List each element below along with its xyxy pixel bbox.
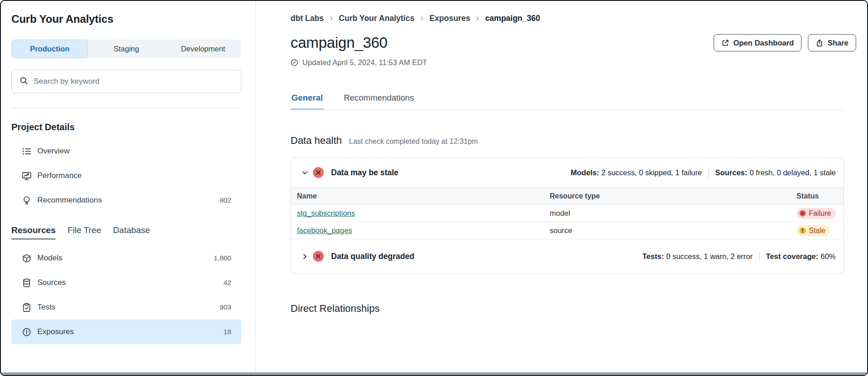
- performance-icon: [22, 171, 31, 181]
- env-tab-development[interactable]: Development: [165, 40, 241, 58]
- window-bottom-edge: [1, 372, 867, 375]
- chevron-right-icon: [475, 15, 480, 21]
- sidebar-item-count: 802: [220, 196, 231, 204]
- sidebar-item-label: Performance: [37, 171, 82, 180]
- resource-link-facebook-pages[interactable]: facebook_pages: [297, 226, 352, 234]
- external-link-icon: [721, 39, 729, 47]
- sidebar: Curb Your Analytics Production Staging D…: [1, 1, 256, 375]
- sidebar-item-label: Models: [37, 254, 62, 263]
- tab-database[interactable]: Database: [113, 225, 150, 239]
- quality-section-summary: Tests: 0 success, 1 warn, 2 error Test c…: [643, 251, 836, 261]
- sidebar-item-count: 42: [224, 279, 231, 287]
- sidebar-item-label: Exposures: [37, 327, 74, 336]
- sidebar-divider: [11, 108, 241, 108]
- detail-tabs: General Recommendations: [291, 93, 844, 110]
- chevron-right-icon: [419, 15, 424, 21]
- resource-type-value: source: [550, 226, 797, 235]
- stale-warning-icon: [799, 227, 806, 234]
- project-title: Curb Your Analytics: [11, 13, 241, 25]
- data-health-heading-row: Data health Last check completed today a…: [291, 135, 844, 147]
- sidebar-item-recommendations[interactable]: Recommendations 802: [11, 188, 241, 213]
- lightbulb-icon: [22, 196, 31, 205]
- column-resource-type: Resource type: [550, 192, 797, 200]
- sidebar-item-overview[interactable]: Overview: [11, 139, 241, 163]
- column-name: Name: [297, 192, 550, 200]
- tab-file-tree[interactable]: File Tree: [67, 225, 101, 239]
- environment-switcher: Production Staging Development: [11, 40, 241, 58]
- open-dashboard-button[interactable]: Open Dashboard: [714, 34, 802, 51]
- table-row: facebook_pages source Stale: [291, 222, 843, 239]
- project-details-nav: Overview Performance Recommendations 802: [11, 139, 241, 213]
- sidebar-item-tests[interactable]: Tests 903: [11, 295, 241, 320]
- chevron-down-icon[interactable]: [301, 169, 308, 176]
- sidebar-item-sources[interactable]: Sources 42: [11, 270, 241, 295]
- project-details-heading: Project Details: [11, 122, 241, 132]
- resource-type-value: model: [550, 209, 797, 218]
- summary-divider: [759, 251, 760, 261]
- resource-link-stg-subscriptions[interactable]: stg_subscriptions: [297, 209, 355, 217]
- sidebar-item-label: Recommendations: [37, 196, 102, 205]
- test-coverage-summary: Test coverage: 60%: [766, 252, 836, 261]
- share-label: Share: [827, 39, 848, 47]
- breadcrumb-item-exposures[interactable]: Exposures: [429, 14, 470, 23]
- sidebar-item-label: Tests: [37, 303, 56, 312]
- app-window: Curb Your Analytics Production Staging D…: [0, 0, 868, 376]
- sidebar-item-count: 1,800: [214, 254, 231, 262]
- chevron-right-icon[interactable]: [301, 253, 308, 260]
- breadcrumb: dbt Labs Curb Your Analytics Exposures c…: [291, 14, 844, 23]
- direct-relationships-heading: Direct Relationships: [291, 303, 844, 315]
- sidebar-item-exposures[interactable]: Exposures 18: [11, 320, 241, 344]
- stale-section-title: Data may be stale: [331, 168, 398, 178]
- table-header: Name Resource type Status: [291, 187, 843, 205]
- main-content: dbt Labs Curb Your Analytics Exposures c…: [256, 1, 867, 375]
- data-health-heading: Data health: [291, 135, 342, 147]
- chevron-right-icon: [329, 15, 334, 21]
- sidebar-item-count: 903: [220, 303, 231, 311]
- models-summary: Models: 2 success, 0 skipped, 1 failure: [571, 168, 702, 177]
- stale-section-summary: Models: 2 success, 0 skipped, 1 failure …: [571, 168, 836, 178]
- breadcrumb-item-current: campaign_360: [485, 14, 540, 23]
- open-dashboard-label: Open Dashboard: [733, 39, 794, 47]
- env-tab-staging[interactable]: Staging: [88, 40, 164, 58]
- resource-view-tabs: Resources File Tree Database: [11, 225, 241, 239]
- gauge-icon: [22, 327, 31, 337]
- failure-dot-icon: [799, 210, 806, 217]
- cube-icon: [22, 254, 31, 263]
- search-box[interactable]: [11, 70, 241, 93]
- env-tab-production[interactable]: Production: [11, 40, 88, 58]
- updated-row: Updated April 5, 2024, 11:53 AM EDT: [291, 58, 844, 67]
- sidebar-item-performance[interactable]: Performance: [11, 163, 241, 188]
- last-check-text: Last check completed today at 12:31pm: [349, 137, 478, 146]
- updated-text: Updated April 5, 2024, 11:53 AM EDT: [302, 58, 427, 67]
- tab-resources[interactable]: Resources: [11, 225, 56, 239]
- table-row: stg_subscriptions model Failure: [291, 205, 843, 222]
- stale-section-header[interactable]: Data may be stale Models: 2 success, 0 s…: [291, 158, 843, 187]
- quality-section-header[interactable]: Data quality degraded Tests: 0 success, …: [291, 239, 843, 273]
- sidebar-item-label: Sources: [37, 278, 66, 287]
- page-header: campaign_360 Open Dashboard Share: [291, 34, 844, 51]
- column-status: Status: [797, 192, 837, 200]
- status-badge-failure: Failure: [797, 208, 836, 219]
- data-health-card: Data may be stale Models: 2 success, 0 s…: [291, 158, 844, 274]
- tab-general[interactable]: General: [291, 93, 324, 110]
- database-icon: [22, 278, 31, 288]
- clock-icon: [291, 59, 298, 66]
- breadcrumb-item-dbt-labs[interactable]: dbt Labs: [291, 14, 324, 23]
- sidebar-item-models[interactable]: Models 1,800: [11, 246, 241, 270]
- resources-nav: Models 1,800 Sources 42 Tests 903: [11, 246, 241, 344]
- page-title: campaign_360: [291, 34, 388, 51]
- tab-recommendations[interactable]: Recommendations: [343, 93, 415, 110]
- error-status-icon: [312, 167, 324, 178]
- sidebar-item-label: Overview: [37, 147, 70, 156]
- share-button[interactable]: Share: [808, 34, 856, 51]
- error-status-icon: [312, 250, 324, 262]
- breadcrumb-item-project[interactable]: Curb Your Analytics: [339, 14, 414, 23]
- page-actions: Open Dashboard Share: [714, 34, 856, 51]
- quality-section-title: Data quality degraded: [331, 252, 414, 261]
- list-icon: [22, 147, 31, 156]
- status-badge-stale: Stale: [797, 225, 830, 236]
- share-icon: [816, 39, 823, 47]
- sidebar-item-count: 18: [224, 328, 231, 336]
- tests-summary: Tests: 0 success, 1 warn, 2 error: [643, 252, 753, 261]
- search-input[interactable]: [34, 77, 234, 86]
